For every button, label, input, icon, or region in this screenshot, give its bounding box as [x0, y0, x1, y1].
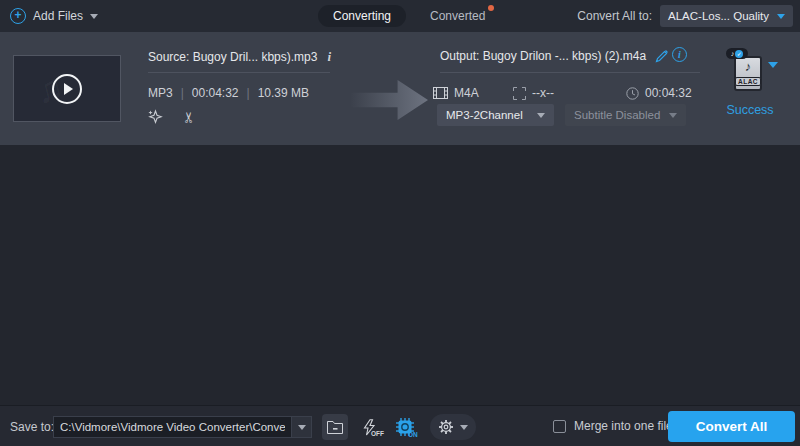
convert-all-button[interactable]: Convert All: [668, 411, 795, 442]
tab-group: Converting Converted: [318, 0, 485, 32]
source-format: MP3: [148, 86, 173, 100]
save-to-label: Save to:: [10, 420, 54, 434]
source-info-icon[interactable]: i: [327, 49, 331, 65]
merge-checkbox-label: Merge into one file: [574, 419, 673, 433]
high-speed-state: OFF: [371, 430, 384, 437]
merge-group: Merge into one file: [553, 419, 673, 433]
edit-tools: ✂: [146, 108, 198, 126]
source-size: 10.39 MB: [258, 86, 309, 100]
audio-track-value: MP3-2Channel: [446, 109, 523, 121]
convert-all-to-label: Convert All to:: [577, 9, 652, 23]
output-resolution: --x--: [532, 86, 554, 100]
top-bar: + Add Files Converting Converted Convert…: [0, 0, 800, 32]
open-output-folder-button[interactable]: [322, 414, 348, 440]
scissors-icon: ✂: [180, 111, 198, 124]
gear-icon: [438, 419, 454, 435]
convert-all-to-value: ALAC-Los... Quality: [668, 10, 769, 22]
play-button[interactable]: [52, 74, 82, 104]
film-icon: [433, 87, 448, 99]
output-title: Output: Bugoy Drilon -... kbps) (2).m4a: [440, 49, 646, 63]
conversion-arrow: [350, 80, 428, 120]
chevron-down-icon[interactable]: [90, 14, 98, 19]
resolution-expand-icon: [513, 87, 526, 100]
output-title-row: Output: Bugoy Drilon -... kbps) (2).m4a: [440, 49, 669, 63]
plus-icon: +: [10, 8, 26, 24]
file-type-label: ALAC: [735, 77, 761, 86]
hardware-acceleration-state: ON: [408, 431, 418, 438]
output-info-icon[interactable]: i: [672, 47, 687, 62]
convert-all-to-group: Convert All to: ALAC-Los... Quality: [577, 0, 793, 32]
output-format: M4A: [454, 86, 479, 100]
source-title-row: Source: Bugoy Dril... kbps).mp3 i: [148, 49, 331, 65]
add-files-button[interactable]: + Add Files: [10, 0, 98, 32]
output-file-chevron-icon[interactable]: [768, 62, 778, 68]
source-divider: [148, 72, 330, 73]
app-window: + Add Files Converting Converted Convert…: [0, 0, 800, 446]
output-duration: 00:04:32: [645, 86, 692, 100]
tab-converted[interactable]: Converted: [430, 9, 485, 23]
settings-button[interactable]: [430, 414, 476, 440]
output-format-group: M4A: [433, 86, 479, 100]
merge-checkbox[interactable]: [553, 420, 566, 433]
hardware-acceleration-toggle[interactable]: ON: [392, 414, 418, 440]
music-note-icon: ♪: [736, 59, 760, 74]
output-resolution-group: --x--: [513, 86, 554, 100]
output-file-icon[interactable]: ♪ ALAC: [734, 56, 762, 91]
output-divider: [440, 72, 700, 73]
edit-effects-button[interactable]: [146, 108, 164, 126]
high-speed-toggle[interactable]: OFF: [356, 414, 382, 440]
play-icon: [64, 83, 73, 95]
source-title: Source: Bugoy Dril... kbps).mp3: [148, 50, 317, 64]
clock-icon: [626, 87, 639, 100]
save-path-input[interactable]: [53, 416, 291, 438]
audio-track-dropdown[interactable]: MP3-2Channel: [437, 104, 554, 126]
file-list-empty-area: [0, 145, 800, 405]
check-icon: ✓: [735, 50, 743, 58]
tab-converted-label: Converted: [430, 9, 485, 23]
save-path-dropdown-button[interactable]: [291, 416, 312, 438]
subtitle-dropdown[interactable]: Subtitle Disabled: [565, 104, 686, 126]
separator: |: [247, 86, 250, 100]
chevron-down-icon: [298, 425, 306, 430]
source-duration: 00:04:32: [192, 86, 239, 100]
convert-all-to-select[interactable]: ALAC-Los... Quality: [660, 5, 793, 27]
converted-badge: ♪ ✓: [726, 48, 748, 59]
rename-pencil-icon[interactable]: [655, 49, 669, 63]
subtitle-value: Subtitle Disabled: [574, 109, 660, 121]
magic-star-icon: [147, 109, 163, 125]
media-thumbnail[interactable]: ♫: [13, 55, 121, 122]
cut-button[interactable]: ✂: [180, 108, 198, 126]
chevron-down-icon: [537, 113, 545, 118]
bottom-bar: Save to: OFF: [0, 405, 800, 446]
add-files-label: Add Files: [33, 9, 83, 23]
source-meta: MP3 | 00:04:32 | 10.39 MB: [148, 86, 309, 100]
output-duration-group: 00:04:32: [626, 86, 692, 100]
chevron-down-icon: [669, 113, 677, 118]
folder-icon: [327, 421, 343, 434]
tab-converting[interactable]: Converting: [318, 5, 406, 27]
notification-dot: [488, 5, 494, 11]
chevron-down-icon: [460, 425, 468, 430]
status-label: Success: [702, 103, 798, 117]
chevron-down-icon: [777, 14, 785, 19]
music-note-icon: ♪: [731, 50, 735, 57]
file-row: ♫ Source: Bugoy Dril... kbps).mp3 i MP3 …: [0, 32, 800, 145]
separator: |: [181, 86, 184, 100]
result-column: ♪ ALAC ♪ ✓ Success: [702, 32, 798, 145]
